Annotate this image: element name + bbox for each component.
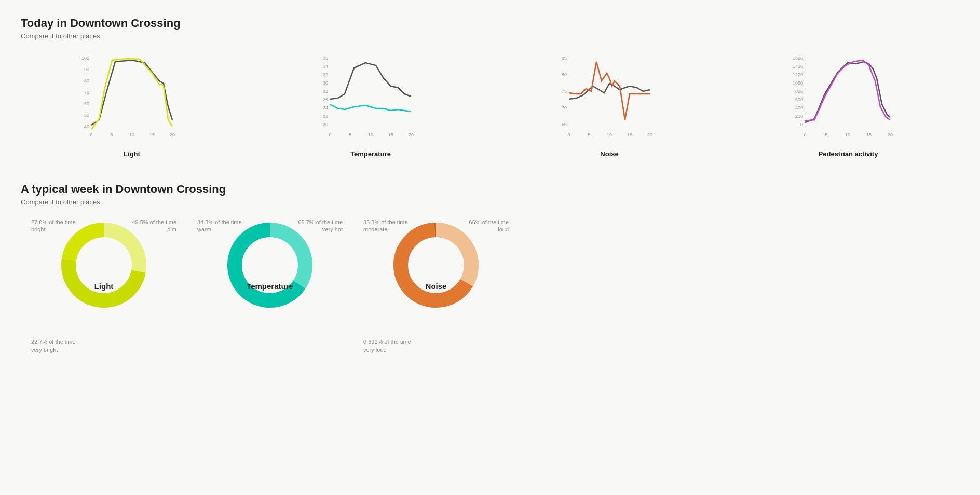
svg-text:200: 200 (795, 114, 803, 119)
svg-text:80: 80 (562, 72, 567, 77)
pedestrian-chart-label: Pedestrian activity (819, 150, 878, 158)
noise-chart-container: 85 80 75 70 65 0 5 10 15 20 Noise (498, 52, 720, 158)
svg-text:90: 90 (84, 67, 89, 72)
noise-center-label: Noise (426, 282, 447, 291)
temperature-chart-label: Temperature (350, 150, 391, 158)
temperature-donut-svg (223, 218, 317, 312)
svg-text:20: 20 (409, 132, 414, 138)
svg-text:15: 15 (866, 132, 872, 138)
svg-text:5: 5 (349, 132, 351, 138)
svg-text:36: 36 (323, 56, 328, 61)
svg-text:60: 60 (84, 101, 89, 106)
svg-text:1000: 1000 (793, 80, 803, 86)
svg-text:0: 0 (90, 132, 92, 138)
svg-text:800: 800 (795, 89, 803, 94)
svg-text:600: 600 (795, 97, 803, 102)
svg-text:5: 5 (588, 132, 590, 138)
light-donut-svg (57, 218, 151, 312)
svg-text:34: 34 (323, 64, 328, 69)
svg-text:100: 100 (81, 56, 89, 61)
light-chart-container: 100 90 80 70 60 50 40 0 5 10 15 20 Light (21, 52, 243, 158)
today-title: Today in Downtown Crossing (21, 17, 959, 30)
light-line-chart: 100 90 80 70 60 50 40 0 5 10 15 20 (75, 52, 189, 146)
week-subtitle: Compare it to other places (21, 198, 959, 206)
svg-text:20: 20 (888, 132, 893, 138)
noise-annot-bl: 0.691% of the timevery loud (363, 338, 411, 353)
svg-text:0: 0 (567, 132, 570, 138)
line-charts-row: 100 90 80 70 60 50 40 0 5 10 15 20 Light (21, 52, 959, 158)
svg-text:5: 5 (110, 132, 113, 138)
temperature-chart-container: 36 34 32 30 28 26 24 22 20 0 5 10 15 20 … (260, 52, 482, 158)
noise-donut-svg (389, 218, 483, 312)
svg-text:50: 50 (84, 113, 89, 118)
svg-text:10: 10 (368, 132, 373, 138)
svg-text:30: 30 (323, 80, 328, 86)
light-center-label: Light (94, 282, 114, 291)
svg-text:0: 0 (804, 132, 806, 138)
noise-donut-wrap: 33.3% of the timemoderate 66% of the tim… (353, 218, 519, 353)
svg-text:40: 40 (84, 124, 89, 129)
today-subtitle: Compare it to other places (21, 32, 959, 40)
svg-text:24: 24 (323, 105, 328, 111)
svg-text:0: 0 (800, 122, 803, 127)
light-chart-label: Light (124, 150, 140, 158)
pedestrian-chart-container: 1600 1400 1200 1000 800 600 400 200 0 0 … (737, 52, 959, 158)
donuts-row: 27.8% of the timebright 49.5% of the tim… (21, 218, 959, 353)
svg-text:85: 85 (562, 56, 567, 61)
svg-text:10: 10 (845, 132, 850, 138)
week-section: A typical week in Downtown Crossing Comp… (21, 183, 959, 353)
svg-text:20: 20 (170, 132, 175, 138)
svg-text:65: 65 (562, 122, 567, 127)
noise-donut-area: 33.3% of the timemoderate 66% of the tim… (363, 218, 509, 353)
temperature-donut-wrap: 34.3% of the timewarm 65.7% of the timev… (187, 218, 353, 353)
svg-text:26: 26 (323, 97, 328, 102)
svg-text:15: 15 (388, 132, 393, 138)
svg-text:20: 20 (647, 132, 652, 138)
svg-text:75: 75 (562, 89, 567, 94)
svg-text:5: 5 (825, 132, 827, 138)
svg-text:1400: 1400 (793, 64, 803, 69)
svg-text:70: 70 (562, 105, 567, 111)
today-section: Today in Downtown Crossing Compare it to… (21, 17, 959, 158)
svg-text:1600: 1600 (793, 56, 803, 61)
pedestrian-line-chart: 1600 1400 1200 1000 800 600 400 200 0 0 … (786, 52, 910, 146)
svg-text:400: 400 (795, 105, 803, 111)
svg-text:22: 22 (323, 114, 328, 119)
svg-text:0: 0 (329, 132, 331, 138)
temperature-donut-area: 34.3% of the timewarm 65.7% of the timev… (197, 218, 343, 353)
svg-text:15: 15 (627, 132, 632, 138)
light-donut-wrap: 27.8% of the timebright 49.5% of the tim… (21, 218, 187, 353)
svg-text:10: 10 (607, 132, 612, 138)
svg-text:80: 80 (84, 78, 89, 84)
svg-text:1200: 1200 (793, 72, 803, 77)
temperature-center-label: Temperature (247, 282, 293, 291)
svg-text:32: 32 (323, 72, 328, 77)
week-title: A typical week in Downtown Crossing (21, 183, 959, 196)
svg-text:15: 15 (149, 132, 155, 138)
svg-text:10: 10 (129, 132, 134, 138)
noise-line-chart: 85 80 75 70 65 0 5 10 15 20 (552, 52, 666, 146)
noise-chart-label: Noise (600, 150, 618, 158)
temperature-line-chart: 36 34 32 30 28 26 24 22 20 0 5 10 15 20 (314, 52, 428, 146)
light-donut-area: 27.8% of the timebright 49.5% of the tim… (31, 218, 176, 353)
svg-text:20: 20 (323, 122, 328, 127)
svg-text:28: 28 (323, 89, 328, 94)
light-annot-bl: 22.7% of the timevery bright (31, 338, 76, 353)
svg-text:70: 70 (84, 90, 89, 95)
